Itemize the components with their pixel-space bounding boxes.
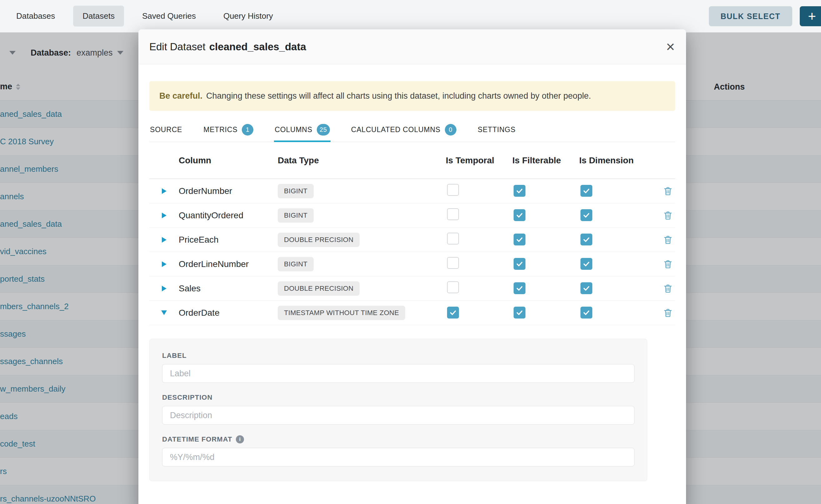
label-input[interactable] [162, 364, 635, 383]
delete-column-icon[interactable] [663, 235, 673, 245]
close-icon[interactable]: × [666, 39, 675, 54]
nav-tab-databases[interactable]: Databases [7, 6, 64, 27]
is-temporal-checkbox[interactable] [447, 281, 459, 293]
is-temporal-checkbox[interactable] [447, 208, 459, 220]
collapse-caret-icon[interactable] [161, 310, 167, 315]
columns-count-badge: 25 [317, 124, 330, 136]
expand-caret-icon[interactable] [162, 286, 166, 291]
is-filterable-header: Is Filterable [512, 156, 579, 166]
bulk-select-button[interactable]: BULK SELECT [709, 6, 793, 26]
warning-text: Changing these settings will affect all … [206, 91, 591, 101]
expand-caret-icon[interactable] [162, 188, 166, 194]
tab-label: SETTINGS [478, 126, 516, 134]
edit-dataset-modal: Edit Datasetcleaned_sales_data × Be care… [138, 29, 686, 504]
label-text: DESCRIPTION [162, 393, 212, 402]
column-name: Sales [179, 284, 278, 294]
delete-column-icon[interactable] [663, 210, 673, 221]
delete-column-icon[interactable] [663, 259, 673, 269]
datetime-format-input[interactable] [162, 448, 635, 467]
calculated-columns-count-badge: 0 [445, 124, 457, 136]
is-filterable-checkbox[interactable] [514, 234, 526, 245]
tab-columns[interactable]: COLUMNS 25 [274, 120, 330, 142]
column-name: PriceEach [179, 235, 278, 245]
expand-caret-icon[interactable] [162, 213, 166, 218]
delete-column-icon[interactable] [663, 186, 673, 196]
nav-tab-query-history[interactable]: Query History [214, 6, 282, 27]
label-field-label: LABEL [162, 352, 635, 360]
table-row: QuantityOrdered BIGINT [149, 203, 675, 228]
is-temporal-checkbox[interactable] [447, 307, 459, 319]
tab-label: METRICS [203, 126, 237, 134]
is-temporal-header: Is Temporal [446, 156, 512, 166]
modal-header: Edit Datasetcleaned_sales_data × [138, 29, 686, 64]
modal-body: Be careful. Changing these settings will… [138, 81, 686, 481]
table-row: Sales DOUBLE PRECISION [149, 276, 675, 301]
is-dimension-checkbox[interactable] [581, 234, 592, 245]
add-dataset-button[interactable]: + [800, 6, 821, 26]
tab-label: SOURCE [150, 126, 182, 134]
is-dimension-checkbox[interactable] [581, 307, 592, 319]
is-temporal-checkbox[interactable] [447, 257, 459, 269]
is-dimension-checkbox[interactable] [581, 209, 592, 221]
expand-caret-icon[interactable] [162, 237, 166, 243]
info-icon[interactable]: i [236, 435, 244, 443]
metrics-count-badge: 1 [242, 124, 253, 136]
warning-banner: Be careful. Changing these settings will… [149, 81, 675, 111]
is-temporal-checkbox[interactable] [447, 184, 459, 196]
data-type-pill: DOUBLE PRECISION [278, 281, 359, 296]
column-name: OrderLineNumber [179, 259, 278, 269]
tab-metrics[interactable]: METRICS 1 [203, 120, 254, 142]
modal-title-dataset-name: cleaned_sales_data [209, 41, 306, 52]
label-text: DATETIME FORMAT [162, 435, 232, 443]
description-input[interactable] [162, 406, 635, 425]
table-row: OrderLineNumber BIGINT [149, 252, 675, 276]
is-dimension-header: Is Dimension [579, 156, 646, 166]
column-name: QuantityOrdered [179, 210, 278, 220]
table-row-expanded: OrderDate TIMESTAMP WITHOUT TIME ZONE [149, 301, 675, 325]
column-name: OrderNumber [179, 186, 278, 196]
data-type-pill: TIMESTAMP WITHOUT TIME ZONE [278, 306, 405, 320]
is-temporal-checkbox[interactable] [447, 233, 459, 245]
is-dimension-checkbox[interactable] [581, 185, 592, 197]
column-name: OrderDate [179, 308, 278, 318]
description-field-label: DESCRIPTION [162, 393, 635, 402]
table-row: PriceEach DOUBLE PRECISION [149, 228, 675, 252]
tab-calculated-columns[interactable]: CALCULATED COLUMNS 0 [350, 120, 457, 142]
data-type-pill: BIGINT [278, 257, 314, 271]
nav-tab-saved-queries[interactable]: Saved Queries [133, 6, 205, 27]
is-filterable-checkbox[interactable] [514, 258, 526, 270]
is-filterable-checkbox[interactable] [514, 209, 526, 221]
is-filterable-checkbox[interactable] [514, 185, 526, 197]
expand-caret-icon[interactable] [162, 261, 166, 267]
is-dimension-checkbox[interactable] [581, 258, 592, 270]
delete-column-icon[interactable] [663, 308, 673, 318]
tab-settings[interactable]: SETTINGS [477, 120, 516, 142]
warning-bold-text: Be careful. [159, 91, 202, 101]
data-type-pill: BIGINT [278, 184, 314, 198]
column-header: Column [179, 156, 278, 166]
data-type-pill: BIGINT [278, 208, 314, 223]
column-detail-panel: LABEL DESCRIPTION DATETIME FORMAT i [149, 339, 647, 481]
modal-title-prefix: Edit Dataset [149, 41, 205, 52]
modal-tabs: SOURCE METRICS 1 COLUMNS 25 CALCULATED C… [149, 120, 675, 142]
label-text: LABEL [162, 352, 186, 360]
is-filterable-checkbox[interactable] [514, 282, 526, 294]
top-nav: Databases Datasets Saved Queries Query H… [0, 0, 821, 32]
data-type-pill: DOUBLE PRECISION [278, 233, 359, 247]
nav-tab-datasets[interactable]: Datasets [73, 6, 124, 27]
modal-title: Edit Datasetcleaned_sales_data [149, 41, 306, 53]
is-filterable-checkbox[interactable] [514, 307, 526, 319]
data-type-header: Data Type [278, 156, 446, 166]
is-dimension-checkbox[interactable] [581, 282, 592, 294]
table-row: OrderNumber BIGINT [149, 179, 675, 203]
tab-source[interactable]: SOURCE [149, 120, 183, 142]
columns-table-header: Column Data Type Is Temporal Is Filterab… [149, 142, 675, 179]
datetime-format-field-label: DATETIME FORMAT i [162, 435, 635, 443]
delete-column-icon[interactable] [663, 283, 673, 294]
tab-label: COLUMNS [274, 126, 312, 134]
tab-label: CALCULATED COLUMNS [351, 126, 441, 134]
